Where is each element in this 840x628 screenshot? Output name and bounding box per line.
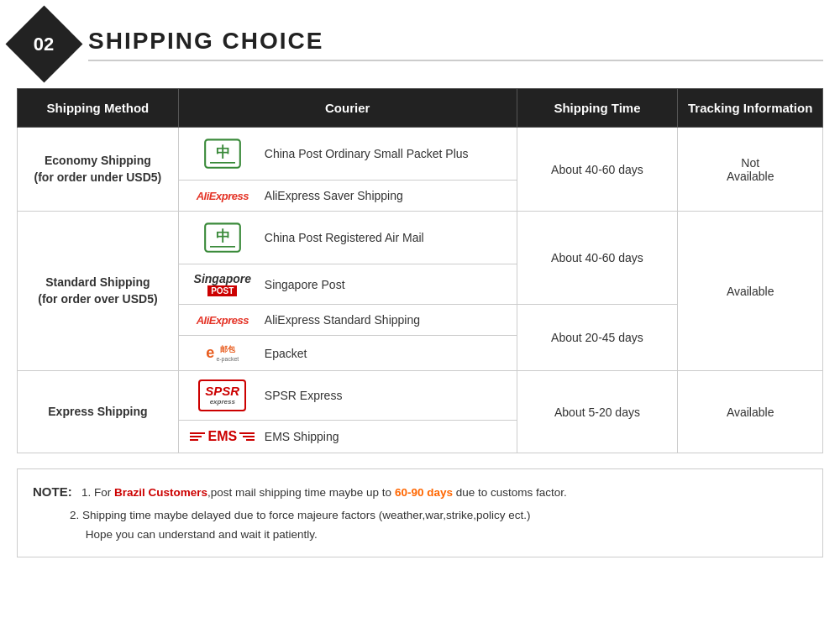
shipping-time-express: About 5-20 days (517, 371, 678, 453)
note-line-2-text: 2. Shipping time maybe delayed due to fo… (70, 509, 531, 541)
courier-name-spsr: SPSR Express (265, 389, 343, 402)
col-header-method: Shipping Method (18, 89, 179, 128)
note-brazil-highlight: Brazil Customers (114, 486, 207, 499)
ems-line-r2 (243, 436, 255, 437)
shipping-time-economy: About 40-60 days (517, 128, 678, 212)
shipping-time-standard-1: About 40-60 days (517, 212, 678, 305)
ems-line-r3 (246, 439, 255, 441)
aliexpress-icon-2: AliExpress (197, 314, 249, 327)
ems-line-r1 (239, 432, 255, 434)
method-express: Express Shipping (18, 371, 179, 453)
aliexpress-logo-standard: AliExpress (189, 314, 256, 327)
badge-number: 02 (34, 33, 54, 55)
spsr-text: SPSR express (205, 385, 239, 406)
courier-cell-aliexpress-standard: AliExpress AliExpress Standard Shipping (178, 305, 517, 336)
table-row: Standard Shipping(for order over USD5) 中… (18, 212, 823, 264)
ems-icon: EMS (190, 429, 255, 444)
note-text-middle: ,post mail shipping time maybe up to (207, 486, 395, 499)
courier-name-china-post-economy: China Post Ordinary Small Packet Plus (265, 147, 469, 160)
svg-text:中: 中 (215, 144, 229, 160)
note-text-after: due to customs factor. (453, 486, 567, 499)
method-economy: Economy Shipping(for order under USD5) (18, 128, 179, 212)
courier-cell-ems: EMS EMS Shipping (178, 420, 517, 453)
note-text-before: 1. For (81, 486, 114, 499)
step-badge: 02 (6, 6, 83, 83)
courier-inner: Singapore POST Singapore Post (189, 273, 507, 296)
aliexpress-logo: AliExpress (189, 190, 256, 202)
col-header-time: Shipping Time (517, 89, 678, 128)
courier-cell-china-post-economy: 中 China Post Ordinary Small Packet Plus (178, 128, 517, 181)
table-row: Express Shipping SPSR express SPSR Expre… (18, 371, 823, 420)
courier-cell-china-post-standard: 中 China Post Registered Air Mail (178, 212, 517, 264)
shipping-table: Shipping Method Courier Shipping Time Tr… (17, 88, 823, 453)
courier-name-aliexpress-economy: AliExpress Saver Shipping (265, 189, 403, 202)
courier-inner: AliExpress AliExpress Saver Shipping (189, 189, 507, 202)
note-section: NOTE: 1. For Brazil Customers,post mail … (17, 468, 823, 557)
ems-logo: EMS (189, 429, 256, 444)
svg-text:中: 中 (215, 228, 229, 244)
page-title: SHIPPING CHOICE (88, 28, 823, 61)
china-post-icon: 中 (202, 136, 244, 171)
courier-inner: EMS EMS Shipping (189, 429, 507, 444)
ems-line-2 (190, 436, 202, 437)
ems-lines-icon (190, 432, 205, 441)
courier-inner: e 邮包 e-packet Epacket (189, 344, 507, 362)
method-standard: Standard Shipping(for order over USD5) (18, 212, 179, 371)
tracking-express: Available (678, 371, 823, 453)
shipping-time-standard-2: About 20-45 days (517, 305, 678, 371)
courier-inner: AliExpress AliExpress Standard Shipping (189, 313, 507, 327)
table-header-row: Shipping Method Courier Shipping Time Tr… (18, 89, 823, 128)
courier-cell-epacket: e 邮包 e-packet Epacket (178, 336, 517, 371)
china-post-logo: 中 (189, 136, 256, 171)
courier-cell-aliexpress-economy: AliExpress AliExpress Saver Shipping (178, 181, 517, 212)
singapore-post-icon: Singapore POST (194, 273, 251, 296)
courier-cell-singapore: Singapore POST Singapore Post (178, 264, 517, 305)
china-post-logo-standard: 中 (189, 220, 256, 255)
aliexpress-icon: AliExpress (197, 190, 249, 202)
col-header-tracking: Tracking Information (678, 89, 823, 128)
courier-name-aliexpress-standard: AliExpress Standard Shipping (265, 313, 420, 327)
china-post-icon-2: 中 (202, 220, 244, 255)
ems-line-1 (190, 432, 205, 434)
epacket-icon: e 邮包 e-packet (206, 344, 239, 362)
col-header-courier: Courier (178, 89, 517, 128)
ems-line-3 (190, 439, 198, 441)
courier-cell-spsr: SPSR express SPSR Express (178, 371, 517, 420)
note-line-2: 2. Shipping time maybe delayed due to fo… (33, 506, 807, 545)
courier-name-epacket: Epacket (265, 347, 307, 360)
note-days-highlight: 60-90 days (395, 486, 453, 499)
courier-inner: 中 China Post Registered Air Mail (189, 220, 507, 255)
note-label: NOTE: (33, 484, 72, 499)
courier-inner: 中 China Post Ordinary Small Packet Plus (189, 136, 507, 171)
singapore-post-logo: Singapore POST (189, 273, 256, 296)
tracking-standard: Available (678, 212, 823, 371)
ems-lines-icon-right (239, 432, 255, 441)
epacket-logo: e 邮包 e-packet (189, 344, 256, 362)
note-line-1: NOTE: 1. For Brazil Customers,post mail … (33, 481, 807, 503)
courier-name-china-post-standard: China Post Registered Air Mail (265, 231, 424, 244)
spsr-logo: SPSR express (189, 379, 256, 411)
ems-text: EMS (207, 429, 237, 444)
courier-name-singapore: Singapore Post (265, 278, 345, 291)
courier-inner: SPSR express SPSR Express (189, 379, 507, 411)
spsr-icon: SPSR express (198, 379, 246, 411)
page-header: 02 SHIPPING CHOICE (17, 17, 823, 71)
table-row: Economy Shipping(for order under USD5) 中… (18, 128, 823, 181)
tracking-economy: NotAvailable (678, 128, 823, 212)
courier-name-ems: EMS Shipping (265, 430, 339, 443)
